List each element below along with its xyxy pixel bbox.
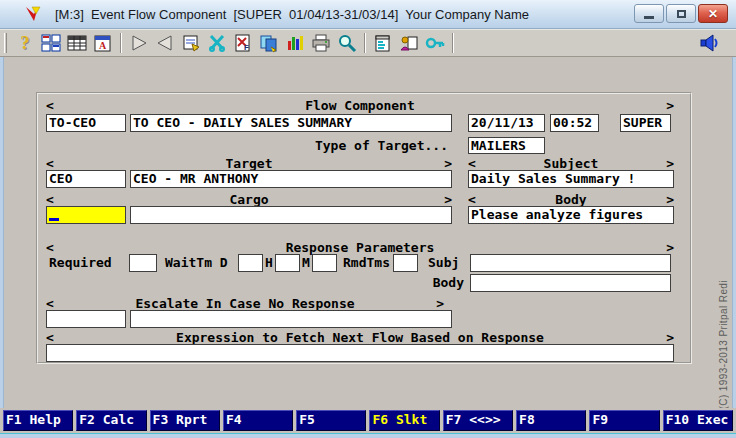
close-bracket: >	[666, 156, 674, 171]
maximize-button[interactable]	[666, 4, 696, 23]
flow-component-header: < Flow Component >	[46, 98, 674, 113]
required-field[interactable]	[129, 254, 157, 272]
cargo-description-field[interactable]	[130, 206, 452, 224]
expression-field[interactable]	[46, 344, 674, 362]
key-icon[interactable]	[422, 31, 448, 55]
type-of-target-field[interactable]: MAILERS	[468, 137, 545, 154]
escalate-header: < Escalate In Case No Response >	[46, 296, 444, 311]
help-icon[interactable]: ?	[12, 31, 38, 55]
search-icon[interactable]	[334, 31, 360, 55]
waittm-label: WaitTm D	[165, 255, 228, 271]
rmdtms-label: RmdTms	[343, 255, 390, 271]
user-field[interactable]: SUPER	[620, 114, 671, 132]
table-icon[interactable]	[64, 31, 90, 55]
toolbar-separator	[452, 33, 454, 53]
f6-slkt-button[interactable]: F6 Slkt	[369, 410, 439, 431]
flow-component-description-field[interactable]: TO CEO - DAILY SALES SUMMARY	[130, 114, 452, 132]
response-subj-label: Subj	[428, 255, 459, 271]
open-bracket: <	[46, 156, 54, 171]
f1-help-button[interactable]: F1 Help	[3, 410, 73, 431]
close-bracket: >	[444, 156, 452, 171]
response-body-label: Body	[428, 275, 464, 291]
copy-pages-icon[interactable]	[256, 31, 282, 55]
report-doc-icon[interactable]: F	[230, 31, 256, 55]
subject-field[interactable]: Daily Sales Summary !	[468, 170, 674, 188]
open-bracket: <	[46, 192, 54, 207]
time-field[interactable]: 00:52	[550, 114, 599, 132]
minutes-field[interactable]	[312, 254, 337, 272]
close-bracket: >	[666, 192, 674, 207]
window-title: [M:3] Event Flow Component [SUPER 01/04/…	[55, 7, 529, 22]
f3-rprt-button[interactable]: F3 Rprt	[150, 410, 220, 431]
window-border-right	[732, 57, 736, 408]
bar-chart-icon[interactable]	[282, 31, 308, 55]
hours-label: H	[265, 255, 273, 271]
escalate-description-field[interactable]	[130, 310, 452, 328]
cargo-header: < Cargo >	[46, 192, 452, 207]
print-icon[interactable]	[308, 31, 334, 55]
f10-exec-button[interactable]: F10 Exec	[663, 410, 733, 431]
previous-record-icon[interactable]	[152, 31, 178, 55]
main-area: Copyright (C) 1993-2013 Pritpal Redi < F…	[0, 57, 736, 408]
toolbar-separator	[364, 33, 366, 53]
body-header-label: Body	[476, 192, 666, 207]
target-header: < Target >	[46, 156, 452, 171]
open-bracket: <	[468, 156, 476, 171]
close-bracket: >	[436, 296, 444, 311]
f8-button[interactable]: F8	[516, 410, 586, 431]
window-border-left	[0, 57, 4, 408]
title-bar: [M:3] Event Flow Component [SUPER 01/04/…	[0, 0, 736, 29]
escalate-header-label: Escalate In Case No Response	[54, 296, 436, 311]
cargo-code-field[interactable]	[46, 206, 126, 224]
find-user-icon[interactable]	[396, 31, 422, 55]
body-header: < Body >	[468, 192, 674, 207]
body-field[interactable]: Please analyze figures	[468, 206, 674, 224]
escalate-code-field[interactable]	[46, 310, 126, 328]
minutes-label: M	[302, 255, 310, 271]
response-parameters-header: < Response Parameters >	[46, 240, 674, 255]
close-bracket: >	[666, 330, 674, 345]
hours-field[interactable]	[275, 254, 300, 272]
close-bracket: >	[666, 98, 674, 113]
app-window: [M:3] Event Flow Component [SUPER 01/04/…	[0, 0, 736, 438]
target-description-field[interactable]: CEO - MR ANTHONY	[130, 170, 452, 188]
calendar-note-icon[interactable]: A	[90, 31, 116, 55]
response-subj-field[interactable]	[470, 254, 671, 272]
form-list-icon[interactable]	[370, 31, 396, 55]
subject-header: < Subject >	[468, 156, 674, 171]
open-bracket: <	[46, 98, 54, 113]
close-button[interactable]: ✕	[698, 4, 728, 23]
open-bracket: <	[46, 330, 54, 345]
waittm-days-field[interactable]	[238, 254, 263, 272]
rmdtms-field[interactable]	[393, 254, 418, 272]
close-icon: ✕	[708, 7, 718, 21]
cut-icon[interactable]	[204, 31, 230, 55]
f7-nav-button[interactable]: F7 <<>>	[443, 410, 513, 431]
properties-icon[interactable]	[178, 31, 204, 55]
copyright-text: Copyright (C) 1993-2013 Pritpal Redi	[718, 129, 729, 438]
flow-component-header-label: Flow Component	[54, 98, 666, 113]
speaker-exit-icon[interactable]	[696, 31, 722, 55]
open-bracket: <	[468, 192, 476, 207]
windows-grid-icon[interactable]	[38, 31, 64, 55]
date-field[interactable]: 20/11/13	[468, 114, 545, 132]
expression-header-label: Expression to Fetch Next Flow Based on R…	[54, 330, 666, 345]
f4-button[interactable]: F4	[223, 410, 293, 431]
response-body-field[interactable]	[470, 274, 671, 292]
f5-button[interactable]: F5	[296, 410, 366, 431]
toolbar-separator	[120, 33, 122, 53]
f2-calc-button[interactable]: F2 Calc	[76, 410, 146, 431]
minimize-button[interactable]	[634, 4, 664, 23]
maximize-icon	[677, 10, 686, 18]
target-header-label: Target	[54, 156, 444, 171]
next-record-icon[interactable]	[126, 31, 152, 55]
toolbar-grip	[4, 33, 7, 53]
f9-button[interactable]: F9	[589, 410, 659, 431]
target-code-field[interactable]: CEO	[46, 170, 126, 188]
expression-header: < Expression to Fetch Next Flow Based on…	[46, 330, 674, 345]
required-label: Required	[49, 255, 112, 271]
form-panel: < Flow Component > TO-CEO TO CEO - DAILY…	[36, 92, 692, 364]
open-bracket: <	[46, 296, 54, 311]
flow-component-code-field[interactable]: TO-CEO	[46, 114, 126, 132]
minimize-icon	[644, 16, 654, 19]
